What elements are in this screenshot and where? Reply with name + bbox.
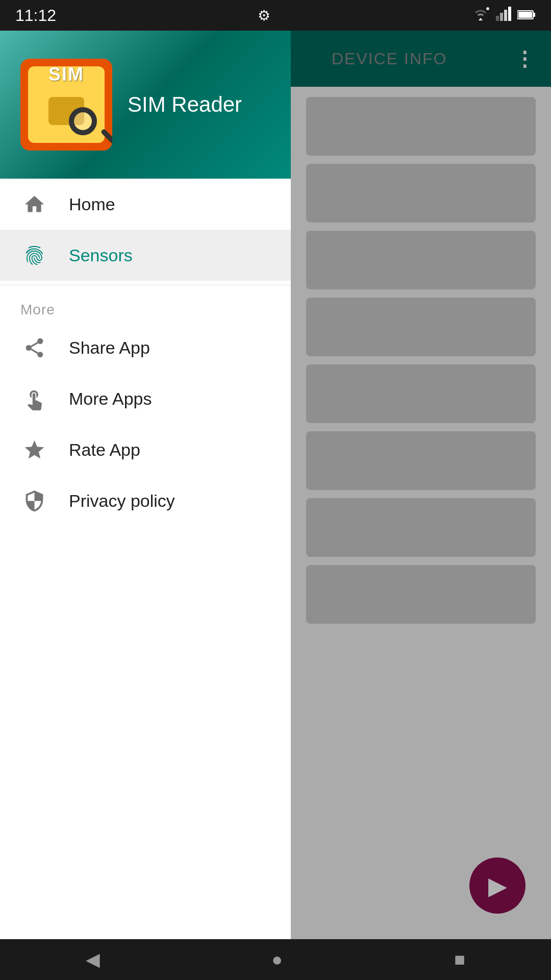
menu-item-home[interactable]: Home: [0, 179, 291, 230]
navigation-bar: ◀ ● ■: [0, 939, 551, 980]
menu-label-privacy: Privacy policy: [69, 491, 175, 511]
svg-rect-7: [533, 13, 535, 17]
section-more-header: More: [0, 289, 291, 322]
drawer-header: SIM SIM Reader: [0, 31, 291, 179]
home-nav-icon[interactable]: ●: [271, 949, 283, 970]
menu-item-share[interactable]: Share App: [0, 322, 291, 373]
status-time: 11:12: [15, 6, 56, 25]
signal-icon: [496, 7, 511, 24]
sim-text: SIM: [20, 64, 112, 85]
menu-item-more-apps[interactable]: More Apps: [0, 373, 291, 424]
touch-icon: [20, 385, 48, 413]
shield-icon: [20, 487, 48, 515]
svg-rect-3: [500, 13, 503, 21]
recent-nav-icon[interactable]: ■: [454, 949, 465, 970]
menu-label-rate: Rate App: [69, 440, 140, 460]
svg-rect-8: [518, 12, 532, 18]
status-icons: [471, 7, 536, 24]
menu-divider: [0, 285, 291, 285]
battery-icon: [517, 7, 536, 23]
drawer-menu: Home Sensors More Share App: [0, 179, 291, 939]
share-icon: [20, 334, 48, 362]
svg-rect-2: [496, 16, 499, 21]
menu-item-privacy[interactable]: Privacy policy: [0, 475, 291, 526]
settings-icon: ⚙: [258, 7, 270, 24]
back-nav-icon[interactable]: ◀: [86, 949, 100, 970]
navigation-drawer: SIM SIM Reader Home: [0, 31, 291, 939]
menu-label-share: Share App: [69, 338, 150, 358]
app-logo: SIM: [20, 59, 112, 151]
svg-rect-5: [508, 7, 511, 21]
fingerprint-icon: [20, 241, 48, 270]
svg-rect-4: [504, 10, 507, 21]
app-name: SIM Reader: [128, 92, 242, 117]
star-icon: [20, 436, 48, 464]
wifi-icon: [471, 7, 490, 24]
magnifier-icon: [69, 107, 110, 148]
menu-label-home: Home: [69, 194, 115, 214]
status-bar: 11:12 ⚙: [0, 0, 551, 31]
menu-label-more-apps: More Apps: [69, 389, 152, 409]
home-icon: [20, 190, 48, 218]
menu-item-sensors[interactable]: Sensors: [0, 230, 291, 281]
menu-item-rate[interactable]: Rate App: [0, 424, 291, 475]
menu-label-sensors: Sensors: [69, 246, 133, 265]
